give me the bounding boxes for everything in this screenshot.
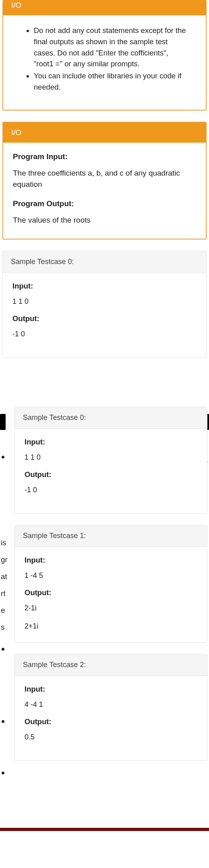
testcase-body: Input: 1 -4 5 Output: 2-1i 2+1i bbox=[15, 547, 207, 642]
program-output-text: The values of the roots bbox=[13, 215, 196, 226]
testcase-input-value: 1 1 0 bbox=[12, 296, 197, 307]
testcase-card: Sample Testcase 1: Input: 1 -4 5 Output:… bbox=[14, 525, 207, 643]
program-input-text: The three coefficients a, b, and c of an… bbox=[13, 168, 196, 190]
instructions-card: I/O Do not add any cout statements excep… bbox=[2, 0, 207, 111]
testcase-output-value: 2+1i bbox=[25, 621, 197, 632]
bullet-fragment bbox=[2, 720, 4, 723]
instructions-list: Do not add any cout statements except fo… bbox=[13, 25, 196, 93]
program-input-label: Program Input: bbox=[13, 152, 196, 161]
testcase-output-label: Output: bbox=[25, 470, 197, 479]
testcase-title: Sample Testcase 0: bbox=[3, 251, 206, 273]
bullet-fragment bbox=[2, 772, 4, 774]
testcase-input-label: Input: bbox=[25, 556, 197, 565]
testcase-body: Input: 1 1 0 Output: -1 0 bbox=[15, 429, 207, 513]
screenshot-artifact bbox=[0, 414, 6, 430]
bullet-fragment bbox=[2, 456, 4, 459]
testcase-body: Input: 1 1 0 Output: -1 0 bbox=[3, 273, 206, 357]
bullet-fragment bbox=[2, 648, 4, 651]
testcase-output-label: Output: bbox=[25, 717, 197, 726]
bottom-border-bar bbox=[0, 828, 209, 831]
instruction-bullet: Do not add any cout statements except fo… bbox=[34, 25, 189, 70]
testcase-output-value: 0.5 bbox=[25, 732, 197, 743]
testcase-card: Sample Testcase 2: Input: 4 -4 1 Output:… bbox=[14, 654, 207, 761]
testcase-input-value: 1 -4 5 bbox=[25, 570, 197, 581]
program-output-label: Program Output: bbox=[13, 199, 196, 208]
cropped-text-fragment: is gr at rt e s bbox=[1, 534, 8, 636]
testcase-output-label: Output: bbox=[25, 588, 197, 597]
testcase-input-label: Input: bbox=[12, 282, 197, 291]
testcase-title: Sample Testcase 1: bbox=[15, 525, 207, 547]
instruction-bullet: You can include other libraries in your … bbox=[34, 70, 189, 93]
io-content: Program Input: The three coefficients a,… bbox=[3, 143, 206, 239]
testcase-output-value: -1 0 bbox=[12, 329, 197, 340]
testcase-input-value: 4 -4 1 bbox=[25, 699, 197, 710]
testcase-output-value: -1 0 bbox=[25, 485, 197, 495]
testcase-card: Sample Testcase 0: Input: 1 1 0 Output: … bbox=[14, 407, 207, 514]
testcase-output-value: 2-1i bbox=[25, 603, 197, 614]
testcase-card: Sample Testcase 0: Input: 1 1 0 Output: … bbox=[2, 251, 207, 358]
testcase-title: Sample Testcase 0: bbox=[15, 407, 207, 429]
testcase-title: Sample Testcase 2: bbox=[15, 654, 207, 676]
testcase-input-label: Input: bbox=[25, 438, 197, 446]
testcase-output-label: Output: bbox=[12, 314, 197, 323]
io-header: I/O bbox=[3, 123, 206, 143]
io-card: I/O Program Input: The three coefficient… bbox=[2, 122, 207, 240]
testcase-body: Input: 4 -4 1 Output: 0.5 bbox=[15, 676, 207, 760]
instructions-header: I/O bbox=[3, 0, 206, 15]
instructions-content: Do not add any cout statements except fo… bbox=[3, 15, 206, 110]
testcase-input-value: 1 1 0 bbox=[25, 452, 197, 463]
overlaid-screenshot: Sample Testcase 0: Input: 1 1 0 Output: … bbox=[14, 407, 207, 761]
testcase-input-label: Input: bbox=[25, 685, 197, 694]
